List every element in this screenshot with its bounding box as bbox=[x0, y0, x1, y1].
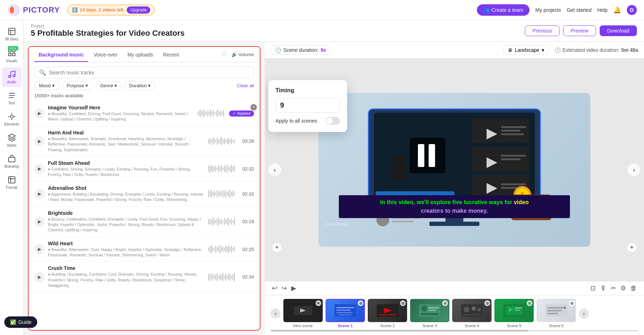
svg-rect-139 bbox=[224, 275, 225, 279]
track-name: Crush Time bbox=[48, 265, 204, 271]
play-button[interactable]: ▶ bbox=[34, 217, 44, 227]
play-button[interactable]: ▶ bbox=[34, 272, 44, 282]
track-item: ▶ Harm And Heal ● Beautiful, Bittersweet… bbox=[29, 126, 260, 157]
sidebar-item-text[interactable]: Text bbox=[2, 88, 22, 108]
svg-rect-47 bbox=[228, 138, 229, 145]
purpose-filter[interactable]: Purpose ▾ bbox=[62, 81, 93, 90]
svg-rect-116 bbox=[218, 246, 219, 252]
captions-button[interactable]: ⊡ bbox=[590, 284, 596, 292]
svg-rect-86 bbox=[230, 190, 230, 198]
scene-thumb-intro[interactable]: 👁 Intro scene bbox=[283, 299, 323, 328]
settings-button[interactable]: ⚙ bbox=[620, 284, 626, 292]
apply-toggle[interactable] bbox=[326, 117, 340, 125]
play-button[interactable]: ▶ bbox=[34, 108, 44, 118]
svg-rect-4 bbox=[9, 28, 15, 35]
sidebar-item-visuals[interactable]: NEW Visuals bbox=[2, 45, 22, 66]
tab-my-uploads[interactable]: My uploads bbox=[123, 47, 157, 62]
svg-rect-149 bbox=[410, 138, 445, 173]
svg-rect-200 bbox=[421, 313, 439, 315]
audio-icon bbox=[8, 70, 16, 79]
timeline-scrollbar[interactable] bbox=[270, 330, 638, 331]
sidebar-item-styles[interactable]: Styles bbox=[2, 130, 22, 150]
audio-tabs: Background music Voice-over My uploads R… bbox=[29, 47, 260, 62]
next-scene-arrow[interactable]: › bbox=[628, 163, 640, 176]
preview-button[interactable]: Preview bbox=[563, 25, 596, 36]
remove-button[interactable]: × bbox=[250, 104, 257, 110]
timeline-prev[interactable]: ‹ bbox=[270, 309, 280, 319]
sidebar-item-audio[interactable]: Audio bbox=[2, 67, 22, 87]
play-pause-button[interactable]: ▶ bbox=[291, 284, 296, 292]
upgrade-button[interactable]: Upgrade bbox=[127, 6, 150, 14]
play-button[interactable]: ▶ bbox=[34, 244, 44, 254]
timeline-next[interactable]: › bbox=[579, 309, 589, 319]
svg-rect-111 bbox=[211, 245, 212, 253]
add-right-button[interactable]: + bbox=[627, 242, 637, 252]
svg-rect-35 bbox=[211, 140, 212, 143]
play-button[interactable]: ▶ bbox=[34, 136, 44, 146]
user-avatar[interactable]: D bbox=[627, 5, 637, 15]
track-item: ▶ Crush Time ● Building / Escalating, Co… bbox=[29, 262, 260, 292]
svg-point-10 bbox=[13, 75, 15, 77]
svg-rect-159 bbox=[501, 126, 526, 128]
sidebar-item-branding[interactable]: Branding bbox=[2, 152, 22, 171]
create-team-button[interactable]: 👥 Create a team bbox=[477, 4, 530, 16]
favorites-icon[interactable]: ♡ bbox=[221, 50, 227, 58]
delete-button[interactable]: 🗑 bbox=[630, 285, 637, 292]
get-started-link[interactable]: Get started bbox=[567, 7, 591, 13]
scene-thumb-6[interactable]: $ ⚙ Scene 6 bbox=[537, 299, 576, 328]
svg-rect-20 bbox=[206, 112, 207, 115]
bell-icon[interactable]: 🔔 bbox=[613, 6, 621, 14]
sidebar-item-elements[interactable]: Elements bbox=[2, 109, 22, 129]
svg-rect-55 bbox=[213, 165, 213, 172]
scene-thumb-3[interactable]: ⚙ Scene 3 bbox=[410, 299, 449, 328]
scene-thumb-1[interactable]: DEEGRAFIX ⚙ Scene 1 bbox=[326, 299, 365, 328]
logo[interactable]: PICTORY bbox=[7, 3, 60, 17]
mic-button[interactable]: 🎙 bbox=[600, 285, 606, 292]
scene-thumb-2[interactable]: ⚙ Scene 2 bbox=[368, 299, 407, 328]
svg-rect-77 bbox=[217, 190, 218, 198]
redo-button[interactable]: ↪ bbox=[282, 284, 287, 292]
add-left-button[interactable]: + bbox=[272, 242, 282, 252]
svg-rect-68 bbox=[231, 165, 232, 173]
landscape-select[interactable]: 🖥 Landscape ▾ bbox=[503, 45, 549, 55]
search-input[interactable] bbox=[49, 70, 249, 75]
cut-button[interactable]: ✂ bbox=[611, 284, 616, 292]
undo-button[interactable]: ↩ bbox=[272, 284, 277, 292]
svg-rect-72 bbox=[210, 191, 210, 196]
svg-rect-198 bbox=[428, 307, 439, 309]
svg-rect-27 bbox=[216, 111, 217, 116]
download-button[interactable]: Download bbox=[600, 25, 637, 36]
scene-label: Scene 1 bbox=[338, 324, 353, 328]
guide-button[interactable]: ✅ Guide bbox=[4, 316, 37, 328]
sidebar-item-format[interactable]: Format bbox=[2, 173, 22, 192]
tab-voice-over[interactable]: Voice-over bbox=[89, 47, 122, 62]
svg-rect-113 bbox=[214, 248, 215, 250]
track-name: Full Steam Ahead bbox=[48, 160, 204, 166]
tab-recent[interactable]: Recent bbox=[159, 47, 183, 62]
timing-input[interactable] bbox=[275, 98, 340, 113]
help-link[interactable]: Help bbox=[597, 7, 608, 13]
filters-bar: Mood ▾ Purpose ▾ Genre ▾ Duration ▾ bbox=[29, 81, 260, 93]
tab-background-music[interactable]: Background music bbox=[34, 47, 88, 62]
previous-button[interactable]: Previous bbox=[525, 25, 559, 36]
genre-filter[interactable]: Genre ▾ bbox=[96, 81, 122, 90]
prev-scene-arrow[interactable]: ‹ bbox=[268, 163, 281, 176]
svg-rect-32 bbox=[223, 110, 224, 117]
clear-all-button[interactable]: Clear all bbox=[237, 83, 254, 88]
svg-rect-163 bbox=[501, 158, 521, 160]
svg-rect-107 bbox=[233, 221, 233, 223]
mood-filter[interactable]: Mood ▾ bbox=[34, 81, 59, 90]
volume-button[interactable]: 🔊 Volume bbox=[231, 52, 254, 57]
duration-filter[interactable]: Duration ▾ bbox=[125, 81, 155, 90]
play-button[interactable]: ▶ bbox=[34, 189, 44, 199]
svg-rect-118 bbox=[221, 247, 222, 251]
svg-rect-14 bbox=[197, 112, 198, 115]
scene-thumb-5[interactable]: ⚙ Scene 5 bbox=[494, 299, 534, 328]
my-projects-link[interactable]: My projects bbox=[535, 7, 561, 13]
sidebar-item-story[interactable]: 98 Story bbox=[2, 24, 22, 44]
svg-rect-100 bbox=[223, 221, 223, 223]
svg-rect-174 bbox=[392, 221, 414, 222]
scene-thumb-4[interactable]: ⚙ Scene 4 bbox=[452, 299, 492, 328]
play-button[interactable]: ▶ bbox=[34, 164, 44, 174]
svg-rect-67 bbox=[230, 166, 230, 172]
